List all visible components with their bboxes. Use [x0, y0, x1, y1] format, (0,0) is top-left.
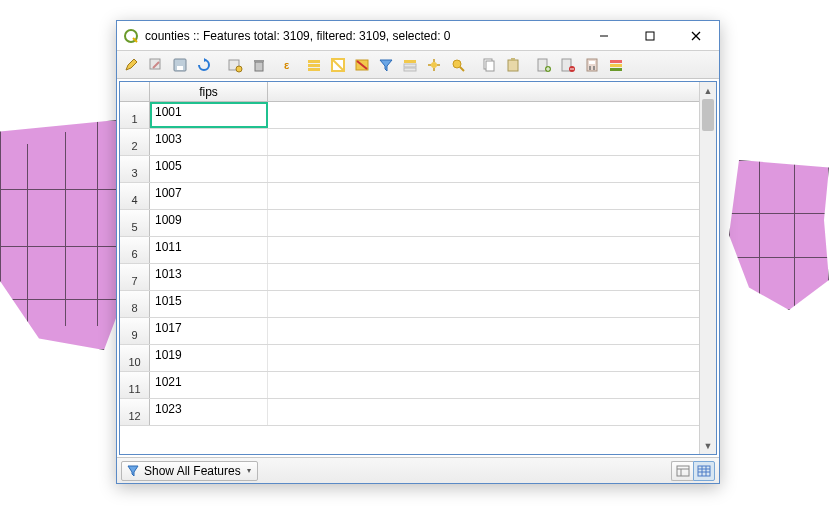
view-mode-group — [671, 461, 715, 481]
svg-rect-35 — [589, 61, 595, 64]
cell-fips[interactable]: 1007 — [150, 183, 268, 209]
form-view-button[interactable] — [671, 461, 693, 481]
svg-rect-40 — [610, 60, 622, 63]
table-row[interactable]: 61011 — [120, 237, 699, 264]
row-header[interactable]: 12 — [120, 399, 150, 425]
attribute-table-window: counties :: Features total: 3109, filter… — [116, 20, 720, 484]
scroll-thumb[interactable] — [702, 99, 714, 131]
copy-rows-button[interactable] — [478, 54, 500, 76]
svg-rect-19 — [404, 60, 416, 63]
svg-rect-11 — [254, 60, 264, 62]
show-all-features-button[interactable]: Show All Features ▾ — [121, 461, 258, 481]
chevron-down-icon: ▾ — [247, 466, 251, 475]
table-row[interactable]: 91017 — [120, 318, 699, 345]
move-selection-top-button[interactable] — [399, 54, 421, 76]
svg-point-36 — [589, 66, 591, 68]
table-row[interactable]: 81015 — [120, 291, 699, 318]
cell-fips[interactable]: 1021 — [150, 372, 268, 398]
svg-rect-46 — [698, 466, 710, 476]
cell-fips[interactable]: 1019 — [150, 345, 268, 371]
cell-fips[interactable]: 1013 — [150, 264, 268, 290]
statusbar: Show All Features ▾ — [117, 457, 719, 483]
row-header[interactable]: 4 — [120, 183, 150, 209]
reload-button[interactable] — [193, 54, 215, 76]
paste-icon — [505, 57, 521, 73]
table-row[interactable]: 51009 — [120, 210, 699, 237]
table-corner[interactable] — [120, 82, 150, 101]
maximize-button[interactable] — [627, 21, 673, 51]
row-header[interactable]: 8 — [120, 291, 150, 317]
filter-selected-button[interactable] — [375, 54, 397, 76]
table-row[interactable]: 11001 — [120, 102, 699, 129]
select-by-expression-button[interactable]: ε — [279, 54, 301, 76]
new-field-icon — [227, 57, 243, 73]
invert-selection-button[interactable] — [327, 54, 349, 76]
row-header[interactable]: 7 — [120, 264, 150, 290]
add-feature-button[interactable] — [224, 54, 246, 76]
close-button[interactable] — [673, 21, 719, 51]
titlebar[interactable]: counties :: Features total: 3109, filter… — [117, 21, 719, 51]
funnel-icon — [126, 464, 140, 478]
save-icon — [172, 57, 188, 73]
table-row[interactable]: 71013 — [120, 264, 699, 291]
row-header[interactable]: 9 — [120, 318, 150, 344]
svg-point-23 — [453, 60, 461, 68]
cell-fips[interactable]: 1017 — [150, 318, 268, 344]
row-header[interactable]: 1 — [120, 102, 150, 128]
svg-rect-13 — [308, 60, 320, 63]
svg-rect-42 — [610, 68, 622, 71]
filter-selection-icon — [378, 57, 394, 73]
column-header-fips[interactable]: fips — [150, 82, 268, 101]
qgis-app-icon — [123, 28, 139, 44]
table-view-button[interactable] — [693, 461, 715, 481]
toggle-editing-button[interactable] — [121, 54, 143, 76]
delete-column-button[interactable] — [557, 54, 579, 76]
row-header[interactable]: 3 — [120, 156, 150, 182]
conditional-formatting-button[interactable] — [605, 54, 627, 76]
select-all-icon — [306, 57, 322, 73]
multiedit-button[interactable] — [145, 54, 167, 76]
row-header[interactable]: 11 — [120, 372, 150, 398]
scroll-up-arrow[interactable]: ▲ — [700, 82, 716, 99]
row-header[interactable]: 6 — [120, 237, 150, 263]
cell-fips[interactable]: 1003 — [150, 129, 268, 155]
select-all-button[interactable] — [303, 54, 325, 76]
cell-fips[interactable]: 1023 — [150, 399, 268, 425]
zoom-to-selected-button[interactable] — [447, 54, 469, 76]
cell-fips[interactable]: 1011 — [150, 237, 268, 263]
svg-rect-5 — [150, 59, 160, 69]
scroll-track[interactable] — [700, 99, 716, 437]
pan-to-selected-button[interactable] — [423, 54, 445, 76]
svg-rect-21 — [404, 68, 416, 71]
new-column-icon — [536, 57, 552, 73]
table-container: fips 11001210033100541007510096101171013… — [119, 81, 717, 455]
cell-fips[interactable]: 1005 — [150, 156, 268, 182]
svg-rect-27 — [508, 60, 518, 71]
field-calculator-button[interactable] — [581, 54, 603, 76]
scroll-down-arrow[interactable]: ▼ — [700, 437, 716, 454]
delete-feature-button[interactable] — [248, 54, 270, 76]
row-header[interactable]: 2 — [120, 129, 150, 155]
svg-rect-14 — [308, 64, 320, 67]
vertical-scrollbar[interactable]: ▲ ▼ — [699, 82, 716, 454]
minimize-button[interactable] — [581, 21, 627, 51]
cell-fips[interactable]: 1001 — [150, 102, 268, 128]
conditional-format-icon — [608, 57, 624, 73]
svg-rect-10 — [255, 62, 263, 71]
deselect-all-button[interactable] — [351, 54, 373, 76]
table-row[interactable]: 21003 — [120, 129, 699, 156]
new-column-button[interactable] — [533, 54, 555, 76]
cell-fips[interactable]: 1015 — [150, 291, 268, 317]
svg-rect-43 — [677, 466, 689, 476]
table-row[interactable]: 31005 — [120, 156, 699, 183]
row-header[interactable]: 10 — [120, 345, 150, 371]
table-row[interactable]: 101019 — [120, 345, 699, 372]
cell-fips[interactable]: 1009 — [150, 210, 268, 236]
table-row[interactable]: 41007 — [120, 183, 699, 210]
svg-rect-7 — [177, 66, 183, 70]
save-edits-button[interactable] — [169, 54, 191, 76]
paste-rows-button[interactable] — [502, 54, 524, 76]
row-header[interactable]: 5 — [120, 210, 150, 236]
table-row[interactable]: 111021 — [120, 372, 699, 399]
table-row[interactable]: 121023 — [120, 399, 699, 426]
